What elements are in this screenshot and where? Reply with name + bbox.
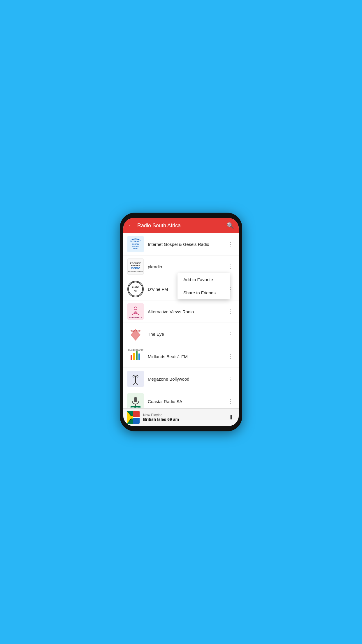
radio-logo: INTERNET GOSPEL & GESELS RADIO: [127, 236, 144, 252]
svg-point-10: [129, 282, 143, 296]
svg-rect-22: [133, 353, 135, 360]
radio-logo: [127, 371, 144, 387]
more-options-icon[interactable]: ⋮: [226, 374, 235, 383]
svg-text:Dine: Dine: [132, 285, 139, 289]
radio-logo: Dine FM: [127, 281, 144, 297]
list-item[interactable]: INTERNET GOSPEL & GESELS RADIO Internet …: [123, 233, 239, 256]
now-playing-logo: [127, 411, 140, 424]
more-options-icon[interactable]: ⋮: [226, 330, 235, 338]
radio-station-name: Alternative Views Radio: [148, 309, 226, 314]
svg-rect-46: [133, 417, 140, 418]
list-item[interactable]: Megazone Bollywood ⋮: [123, 368, 239, 390]
radio-logo: MIDLANDS BEATS FM: [127, 348, 144, 365]
svg-rect-32: [134, 397, 137, 402]
phone-screen: ← Radio South Africa 🔍 INTERNET GOSPEL &…: [123, 218, 239, 426]
radio-logo: AV RADIO.ZA: [127, 303, 144, 320]
add-to-favorite-button[interactable]: Add to Favorite: [178, 273, 230, 286]
svg-text:FM: FM: [134, 290, 137, 292]
radio-station-name: Midlands Beats1 FM: [148, 354, 226, 359]
more-options-icon[interactable]: ⋮: [226, 397, 235, 406]
svg-rect-45: [133, 418, 140, 424]
list-item[interactable]: COASTAL RADIO CA Coastal Radio SA ⋮: [123, 390, 239, 408]
svg-text:INTERNET: INTERNET: [131, 240, 141, 242]
radio-station-name: Coastal Radio SA: [148, 399, 226, 404]
back-button[interactable]: ←: [128, 222, 134, 229]
now-playing-title: British Isles 69 am: [143, 417, 226, 422]
list-item[interactable]: MIDLANDS BEATS FM Midlands Beats1 FM ⋮: [123, 345, 239, 368]
radio-logo: PROMISE KEEPER RADIO w/ Bishop Gabriel: [127, 258, 144, 275]
page-title: Radio South Africa: [137, 223, 227, 229]
now-playing-label: Now Playing :: [143, 413, 226, 417]
radio-logo: COASTAL RADIO CA: [127, 393, 144, 408]
svg-text:w/ Bishop Gabriel: w/ Bishop Gabriel: [128, 270, 143, 272]
svg-text:AV RADIO.ZA: AV RADIO.ZA: [129, 316, 142, 318]
svg-text:RADIO: RADIO: [133, 248, 138, 249]
svg-rect-21: [131, 355, 132, 360]
svg-text:GOSPEL: GOSPEL: [132, 243, 139, 245]
radio-list: INTERNET GOSPEL & GESELS RADIO Internet …: [123, 233, 239, 408]
now-playing-bar: Now Playing : British Isles 69 am ⏸: [123, 408, 239, 426]
phone-device: ← Radio South Africa 🔍 INTERNET GOSPEL &…: [120, 213, 242, 431]
radio-station-name: Internet Gospel & Gesels Radio: [148, 242, 226, 247]
share-to-friends-button[interactable]: Share to Friends: [178, 286, 230, 299]
list-item[interactable]: AV RADIO.ZA Alternative Views Radio ⋮: [123, 300, 239, 323]
svg-point-30: [135, 376, 136, 377]
pause-button[interactable]: ⏸: [226, 412, 235, 422]
list-item[interactable]: THE EYE The Eye ⋮: [123, 323, 239, 345]
svg-rect-24: [138, 354, 140, 360]
now-playing-info: Now Playing : British Isles 69 am: [143, 413, 226, 422]
search-icon[interactable]: 🔍: [227, 222, 234, 229]
svg-text:THE EYE: THE EYE: [131, 330, 141, 332]
svg-text:COASTAL RADIO CA: COASTAL RADIO CA: [128, 407, 143, 408]
radio-station-name: Megazone Bollywood: [148, 377, 226, 382]
svg-text:RADIO: RADIO: [131, 266, 140, 269]
app-header: ← Radio South Africa 🔍: [123, 218, 239, 233]
svg-text:& GESELS: & GESELS: [132, 246, 139, 247]
radio-logo: THE EYE: [127, 326, 144, 342]
svg-text:MIDLANDS BEATS FM: MIDLANDS BEATS FM: [128, 349, 143, 351]
more-options-icon[interactable]: ⋮: [226, 240, 235, 249]
more-options-icon[interactable]: ⋮: [226, 352, 235, 361]
svg-rect-44: [133, 411, 140, 417]
more-options-icon[interactable]: ⋮: [226, 307, 235, 316]
radio-station-name: pkradio: [148, 264, 226, 269]
context-menu: Add to Favorite Share to Friends: [178, 273, 230, 299]
radio-station-name: The Eye: [148, 332, 226, 337]
list-item[interactable]: PROMISE KEEPER RADIO w/ Bishop Gabriel p…: [123, 256, 239, 278]
more-options-icon[interactable]: ⋮: [226, 262, 235, 271]
svg-rect-23: [136, 351, 138, 360]
